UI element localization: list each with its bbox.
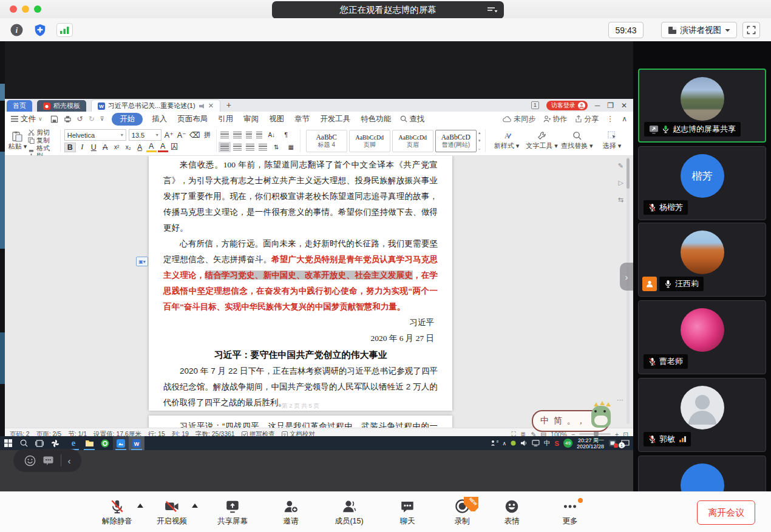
copy-button[interactable]: 复制 (28, 136, 56, 144)
restore-icon[interactable]: ❐ (607, 102, 614, 109)
ime-status-bubble[interactable]: 中 简 。， (532, 410, 610, 432)
wps-tab-home[interactable]: 首页 (7, 100, 32, 112)
more-menu-icon[interactable]: ⋮ (606, 115, 614, 123)
shrink-font-button[interactable]: A⁻ (177, 130, 187, 140)
sort-icon[interactable]: A↓ (267, 132, 277, 138)
style-gallery-more[interactable]: ⌄ (478, 146, 481, 151)
task-view-button[interactable] (32, 436, 47, 450)
taskbar-edge-button[interactable]: e (66, 436, 81, 450)
banner-menu-icon[interactable] (486, 5, 498, 15)
style-heading4[interactable]: AaBbC 标题 4 (306, 130, 347, 152)
clear-format-icon[interactable]: ⌫ (189, 130, 200, 140)
zoom-slider-knob[interactable] (594, 431, 599, 436)
collapse-ribbon-icon[interactable]: ∧ (622, 115, 627, 123)
sync-status[interactable]: 未同步 (503, 114, 535, 124)
menu-tab-review[interactable]: 审阅 (242, 113, 260, 125)
participant-tile[interactable]: 汪西莉 (638, 223, 766, 297)
superscript-button[interactable]: x² (112, 144, 122, 150)
italic-button[interactable]: I (77, 143, 87, 152)
window-switch-icon[interactable]: 1 (531, 101, 539, 109)
wps-tab-docer[interactable]: 稻壳模板 (37, 100, 86, 112)
sogou-icon[interactable]: S (555, 440, 559, 447)
unmute-button[interactable]: 解除静音 (92, 494, 142, 531)
share-screen-button[interactable]: 共享屏幕 (208, 494, 257, 531)
document-page-3[interactable]: 习近平说：“四战四平，这只是我们革命过程中、武装斗争过程中的一战。我们从 (149, 416, 452, 428)
members-button[interactable]: 成员(15) (324, 494, 374, 531)
participant-tile[interactable]: 郭敏 (638, 378, 766, 452)
participant-tile-sharer[interactable]: 赵志博的屏幕共享 (638, 69, 766, 143)
doc-scrollbar-thumb[interactable] (627, 158, 630, 189)
line-spacing-icon[interactable]: ⇅ (271, 144, 282, 150)
zoom-slider[interactable] (579, 433, 611, 435)
reaction-smiley-icon[interactable] (24, 455, 36, 466)
underline-button[interactable]: U (89, 143, 99, 152)
subscript-button[interactable]: x₂ (123, 144, 134, 150)
style-gallery-down[interactable]: ▾ (478, 138, 481, 143)
chat-button[interactable]: 聊天 (382, 494, 432, 531)
shading-icon[interactable]: ▦ (286, 144, 296, 150)
taskbar-clock[interactable]: 20:27 周一 2020/12/28 (577, 437, 604, 450)
safety-score-icon[interactable]: 49 (563, 439, 572, 448)
show-marks-icon[interactable]: ¶ (281, 132, 291, 138)
sidebar-collapse-handle[interactable]: › (620, 263, 633, 291)
leave-meeting-button[interactable]: 离开会议 (697, 500, 755, 525)
style-gallery-up[interactable]: ▴ (478, 130, 481, 135)
wps-tab-document[interactable]: W 习近平总书记关...重要论述(1) ✕ (91, 99, 220, 112)
invite-button[interactable]: 邀请 (266, 494, 316, 531)
emoji-button[interactable]: 表情 (487, 494, 537, 531)
pinwheel-app-icon[interactable] (47, 436, 63, 450)
adjust-tool-icon[interactable]: ⇆ (618, 196, 623, 204)
font-name-select[interactable]: Helvetica▾ (64, 129, 126, 141)
document-page-2[interactable]: 来信收悉。100 年前，陈望道同志翻译了首个中文全译本《共产党宣言》，为引导大批… (149, 156, 452, 411)
select-button[interactable]: 选择 ▾ (594, 127, 630, 154)
participant-tile[interactable]: 曹老师 (638, 300, 766, 374)
decrease-indent-button[interactable] (246, 132, 252, 138)
close-icon[interactable]: ✕ (621, 102, 627, 109)
align-right-button[interactable] (246, 144, 254, 150)
meeting-security-shield-icon[interactable] (33, 23, 47, 37)
participant-tile-partial[interactable] (638, 456, 766, 491)
collaborate-button[interactable]: 协作 (543, 114, 567, 124)
action-center-icon[interactable]: 1 (621, 439, 630, 447)
network-icon[interactable] (532, 440, 540, 446)
participant-tile[interactable]: 楷芳 杨楷芳 (638, 146, 766, 220)
doc-scrollbar-track[interactable] (627, 157, 630, 424)
taskbar-meeting-button[interactable] (113, 436, 129, 450)
more-button[interactable]: 更多 (545, 494, 595, 531)
char-border-icon[interactable]: 囚 (169, 142, 180, 152)
grow-font-button[interactable]: A⁺ (164, 130, 174, 140)
minimize-window-light[interactable] (22, 5, 29, 13)
text-tool-button[interactable]: 文字工具 ▾ (525, 127, 560, 154)
align-left-button[interactable] (220, 144, 229, 150)
document-canvas[interactable]: 来信收悉。100 年前，陈望道同志翻译了首个中文全译本《共产党宣言》，为引导大批… (5, 156, 633, 428)
number-list-button[interactable] (233, 132, 242, 138)
collapse-pill-icon[interactable]: ‹ (68, 456, 71, 466)
meeting-info-icon[interactable]: i (10, 23, 24, 37)
text-effects-icon[interactable]: A̲ (135, 143, 145, 152)
style-footer[interactable]: AaBbCcDd 页脚 (349, 130, 390, 152)
paste-options-floater[interactable]: ▣▾ (136, 257, 148, 266)
menu-tab-dev-tools[interactable]: 开发工具 (319, 113, 352, 125)
menu-tab-references[interactable]: 引用 (217, 113, 234, 125)
minimize-icon[interactable]: ─ (595, 102, 600, 109)
start-video-button[interactable]: 开启视频 (147, 494, 197, 531)
more-side-tools-icon[interactable]: ⋯ (617, 396, 623, 404)
guest-login-button[interactable]: 访客登录 (546, 101, 588, 110)
highlight-color-button[interactable]: A (146, 142, 157, 152)
menu-tab-page-layout[interactable]: 页面布局 (176, 113, 209, 125)
justify-button[interactable] (259, 144, 267, 150)
font-size-select[interactable]: 13.5▾ (129, 129, 161, 141)
menu-tab-special[interactable]: 特色功能 (359, 113, 392, 125)
bold-button[interactable]: B (64, 143, 76, 152)
view-mode-button[interactable]: 演讲者视图 (661, 22, 738, 38)
style-normal-web[interactable]: AaBbCcD 普通(网站) (435, 130, 477, 152)
taskbar-explorer-button[interactable] (81, 436, 97, 450)
pinyin-guide-icon[interactable]: 拼 (202, 130, 212, 140)
find-box[interactable]: 查找 (400, 114, 424, 124)
redo-icon[interactable]: ↻ (89, 115, 95, 123)
select-tool-icon[interactable]: ▷ (619, 179, 623, 187)
cut-button[interactable]: 剪切 (28, 129, 56, 136)
taskbar-browser-button[interactable] (97, 436, 113, 450)
save-icon[interactable] (50, 115, 58, 123)
taskbar-wps-button[interactable]: W (129, 436, 144, 450)
